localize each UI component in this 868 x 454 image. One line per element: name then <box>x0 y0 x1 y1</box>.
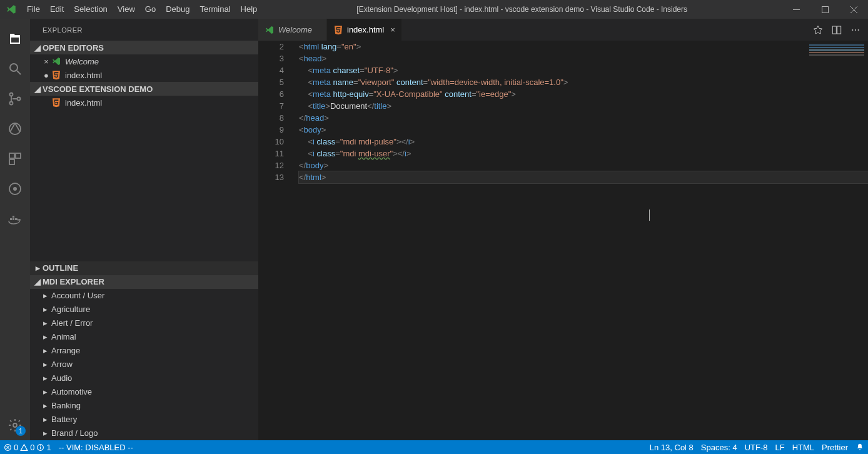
window-controls <box>782 0 868 19</box>
file-icon <box>51 98 61 108</box>
mdi-category[interactable]: ▸Banking <box>30 399 258 413</box>
encoding-status[interactable]: UTF-8 <box>741 440 772 454</box>
maximize-button[interactable] <box>810 0 839 19</box>
svg-rect-9 <box>9 159 14 164</box>
tab-index-html[interactable]: index.html× <box>327 19 402 41</box>
file-name: index.html <box>65 71 102 80</box>
code-line[interactable]: </head> <box>299 112 868 124</box>
code-line[interactable]: <title>Document</title> <box>299 100 868 112</box>
workspace-header[interactable]: ◢VSCODE EXTENSION DEMO <box>30 82 258 96</box>
menu-help[interactable]: Help <box>236 0 263 19</box>
menu-debug[interactable]: Debug <box>161 0 194 19</box>
prettier-status-icon[interactable] <box>813 25 823 35</box>
split-editor-icon[interactable] <box>832 25 842 35</box>
app-logo <box>0 4 22 15</box>
code-line[interactable]: <i class="mdi mdi-user"></i> <box>299 148 868 159</box>
scm-tab[interactable] <box>0 84 30 114</box>
svg-point-20 <box>855 29 856 30</box>
explorer-tab[interactable] <box>0 24 30 54</box>
open-editor-item[interactable]: ●index.html <box>30 68 258 82</box>
menu-edit[interactable]: Edit <box>45 0 69 19</box>
chevron-right-icon: ▸ <box>41 373 49 383</box>
file-item[interactable]: index.html <box>30 96 258 109</box>
code-content[interactable]: <html lang="en"><head> <meta charset="UT… <box>299 41 868 440</box>
notifications-icon[interactable] <box>852 440 868 454</box>
outline-header[interactable]: ▸OUTLINE <box>30 261 258 275</box>
chevron-right-icon: ▸ <box>41 318 49 328</box>
editor-area: Welcomeindex.html× 2345678910111213 <htm… <box>258 19 868 440</box>
mdi-category[interactable]: ▸Brand / Logo <box>30 426 258 440</box>
mdi-category[interactable]: ▸Arrow <box>30 358 258 371</box>
mdi-category[interactable]: ▸Battery <box>30 413 258 426</box>
tab-bar: Welcomeindex.html× <box>258 19 868 41</box>
indentation-status[interactable]: Spaces: 4 <box>697 440 741 454</box>
docker-tab[interactable] <box>0 204 30 234</box>
line-gutter: 2345678910111213 <box>258 41 299 440</box>
code-editor[interactable]: 2345678910111213 <html lang="en"><head> … <box>258 41 868 440</box>
code-line[interactable]: <i class="mdi mdi-pulse"></i> <box>299 136 868 148</box>
menu-go[interactable]: Go <box>140 0 161 19</box>
problems-status[interactable]: 0 0 1 <box>0 440 55 454</box>
close-icon[interactable]: × <box>390 25 395 34</box>
tab-welcome[interactable]: Welcome <box>258 19 327 41</box>
remote-tab[interactable] <box>0 174 30 204</box>
status-bar: 0 0 1 -- VIM: DISABLED -- Ln 13, Col 8 S… <box>0 440 868 454</box>
menu-terminal[interactable]: Terminal <box>194 0 235 19</box>
mdi-category[interactable]: ▸Alert / Error <box>30 316 258 330</box>
mdi-category[interactable]: ▸Animal <box>30 330 258 344</box>
extensions-tab[interactable] <box>0 144 30 174</box>
mdi-explorer-header[interactable]: ◢MDI EXPLORER <box>30 275 258 289</box>
category-label: Agriculture <box>51 305 90 314</box>
menu-selection[interactable]: Selection <box>69 0 112 19</box>
dirty-icon[interactable]: ● <box>41 71 51 80</box>
svg-rect-24 <box>40 446 41 449</box>
mdi-category[interactable]: ▸Arrange <box>30 344 258 358</box>
minimap[interactable] <box>805 41 868 440</box>
menu-file[interactable]: File <box>22 0 45 19</box>
formatter-status[interactable]: Prettier <box>818 440 852 454</box>
code-line[interactable]: </body> <box>299 159 868 171</box>
file-icon <box>51 70 61 80</box>
warning-count: 0 <box>30 443 34 452</box>
close-icon[interactable]: × <box>41 57 51 66</box>
tab-label: index.html <box>347 25 384 34</box>
code-line[interactable]: <meta http-equiv="X-UA-Compatible" conte… <box>299 88 868 100</box>
open-editor-item[interactable]: ×Welcome <box>30 54 258 68</box>
code-line[interactable]: <meta charset="UTF-8"> <box>299 64 868 76</box>
mdi-category[interactable]: ▸Agriculture <box>30 303 258 316</box>
settings-gear[interactable]: 1 <box>0 410 30 440</box>
svg-point-21 <box>858 29 859 30</box>
vim-status[interactable]: -- VIM: DISABLED -- <box>55 440 137 454</box>
outline-label: OUTLINE <box>43 263 78 273</box>
code-line[interactable]: <head> <box>299 53 868 64</box>
search-tab[interactable] <box>0 54 30 84</box>
category-label: Arrow <box>51 360 73 369</box>
mdi-category[interactable]: ▸Automotive <box>30 385 258 399</box>
svg-point-3 <box>10 93 13 96</box>
mdi-category[interactable]: ▸Account / User <box>30 289 258 303</box>
code-line[interactable]: <body> <box>299 124 868 136</box>
close-button[interactable] <box>839 0 868 19</box>
eol-status[interactable]: LF <box>772 440 789 454</box>
language-status[interactable]: HTML <box>789 440 818 454</box>
window-title: [Extension Development Host] - index.htm… <box>262 5 782 14</box>
category-label: Brand / Logo <box>51 428 98 438</box>
open-editors-header[interactable]: ◢OPEN EDITORS <box>30 41 258 54</box>
mdi-category[interactable]: ▸Audio <box>30 371 258 385</box>
menu-view[interactable]: View <box>113 0 140 19</box>
code-line[interactable]: <meta name="viewport" content="width=dev… <box>299 76 868 88</box>
code-line[interactable]: <html lang="en"> <box>299 41 868 53</box>
open-editors-label: OPEN EDITORS <box>43 43 104 53</box>
chevron-right-icon: ▸ <box>41 415 49 424</box>
code-line[interactable]: </html> <box>299 171 868 183</box>
category-label: Animal <box>51 332 76 341</box>
cursor-position[interactable]: Ln 13, Col 8 <box>646 440 697 454</box>
minimize-button[interactable] <box>782 0 810 19</box>
debug-tab[interactable] <box>0 114 30 144</box>
svg-point-6 <box>9 123 21 134</box>
more-icon[interactable] <box>850 25 860 35</box>
chevron-right-icon: ▸ <box>41 387 49 396</box>
file-name: Welcome <box>65 57 99 66</box>
sidebar-title: EXPLORER <box>30 19 258 41</box>
chevron-down-icon: ◢ <box>33 84 43 94</box>
